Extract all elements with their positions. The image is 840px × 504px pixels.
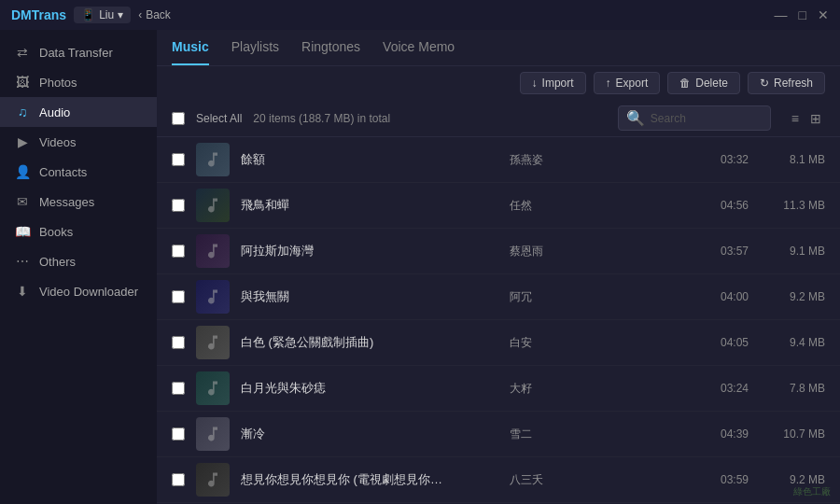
- music-note-icon: [203, 333, 222, 352]
- table-row: 漸冷 雪二 04:39 10.7 MB: [157, 412, 840, 457]
- table-row: 白色 (緊急公關戲制插曲) 白安 04:05 9.4 MB: [157, 320, 840, 366]
- track-size: 9.2 MB: [760, 290, 825, 303]
- track-checkbox[interactable]: [172, 290, 185, 303]
- track-duration: 03:59: [693, 473, 749, 486]
- music-note-icon: [203, 470, 222, 489]
- table-row: 飛鳥和蟬 任然 04:56 11.3 MB: [157, 183, 840, 229]
- sidebar-icon-audio: ♫: [15, 105, 30, 119]
- sidebar-icon-photos: 🖼: [15, 75, 30, 90]
- chevron-down-icon: ▾: [118, 8, 123, 21]
- track-checkbox[interactable]: [172, 245, 185, 258]
- track-checkbox[interactable]: [172, 427, 185, 441]
- track-duration: 03:57: [693, 245, 749, 258]
- track-title: 飛鳥和蟬: [241, 197, 498, 214]
- export-icon: ↑: [606, 77, 611, 90]
- device-selector[interactable]: 📱 Liu ▾: [74, 7, 131, 23]
- track-checkbox[interactable]: [172, 382, 185, 395]
- track-checkbox[interactable]: [172, 199, 185, 212]
- sidebar-label-books: Books: [39, 225, 73, 239]
- minimize-button[interactable]: —: [775, 7, 788, 22]
- select-all-label: Select All: [196, 112, 242, 125]
- table-row: 餘額 孫燕姿 03:32 8.1 MB: [157, 137, 840, 183]
- search-input[interactable]: [651, 112, 763, 125]
- music-note-icon: [203, 425, 222, 443]
- sidebar-item-videos[interactable]: ▶ Videos: [0, 127, 157, 157]
- track-title: 白色 (緊急公關戲制插曲): [241, 334, 498, 351]
- tab-playlists[interactable]: Playlists: [231, 30, 279, 65]
- select-all-checkbox[interactable]: [172, 112, 185, 125]
- track-size: 9.4 MB: [760, 336, 825, 349]
- track-thumbnail: [196, 143, 230, 176]
- watermark: 綠色工廠: [793, 485, 831, 498]
- sidebar-icon-data-transfer: ⇄: [15, 45, 30, 60]
- delete-icon: 🗑: [679, 77, 691, 90]
- sidebar-item-books[interactable]: 📖 Books: [0, 217, 157, 246]
- sidebar-icon-videos: ▶: [15, 134, 30, 149]
- sidebar-icon-others: ⋯: [15, 254, 30, 269]
- track-size: 9.2 MB: [760, 473, 825, 486]
- track-checkbox[interactable]: [172, 336, 185, 349]
- track-thumbnail: [196, 326, 230, 359]
- app-title: DMTrans: [11, 7, 66, 22]
- music-note-icon: [203, 196, 222, 215]
- sidebar-label-others: Others: [39, 255, 76, 269]
- sidebar-label-audio: Audio: [39, 105, 70, 119]
- sidebar-item-video-downloader[interactable]: ⬇ Video Downloader: [0, 276, 157, 306]
- view-buttons: ≡ ⊞: [788, 109, 825, 128]
- sidebar-item-audio[interactable]: ♫ Audio: [0, 97, 157, 127]
- sidebar-label-photos: Photos: [39, 76, 77, 90]
- import-button[interactable]: ↓ Import: [520, 72, 586, 94]
- import-label: Import: [542, 77, 574, 90]
- track-artist: 雪二: [510, 427, 681, 442]
- export-button[interactable]: ↑ Export: [594, 72, 661, 94]
- track-checkbox[interactable]: [172, 153, 185, 166]
- search-icon: 🔍: [626, 109, 645, 127]
- sidebar: ⇄ Data Transfer 🖼 Photos ♫ Audio ▶ Video…: [0, 30, 157, 504]
- music-note-icon: [203, 379, 222, 398]
- maximize-button[interactable]: □: [799, 7, 806, 22]
- tab-voice-memo[interactable]: Voice Memo: [383, 30, 455, 65]
- music-note-icon: [203, 287, 222, 306]
- track-size: 9.1 MB: [760, 245, 825, 258]
- export-label: Export: [616, 77, 649, 90]
- close-button[interactable]: ✕: [818, 7, 829, 22]
- track-duration: 03:32: [693, 153, 749, 166]
- track-size: 11.3 MB: [760, 199, 825, 212]
- tab-ringtones[interactable]: Ringtones: [301, 30, 360, 65]
- device-name: Liu: [99, 8, 114, 21]
- sidebar-label-messages: Messages: [39, 195, 94, 209]
- sidebar-item-data-transfer[interactable]: ⇄ Data Transfer: [0, 37, 157, 67]
- grid-view-button[interactable]: ⊞: [806, 109, 825, 128]
- window-controls: — □ ✕: [775, 7, 829, 22]
- list-view-button[interactable]: ≡: [788, 109, 803, 128]
- track-title: 白月光與朱砂痣: [241, 380, 498, 397]
- content-area: MusicPlaylistsRingtonesVoice Memo ↓ Impo…: [157, 30, 840, 504]
- track-artist: 孫燕姿: [510, 152, 681, 168]
- sidebar-item-others[interactable]: ⋯ Others: [0, 246, 157, 276]
- refresh-button[interactable]: ↻ Refresh: [748, 72, 825, 94]
- sidebar-item-contacts[interactable]: 👤 Contacts: [0, 157, 157, 187]
- back-button[interactable]: ‹ Back: [138, 8, 171, 21]
- tab-music[interactable]: Music: [172, 30, 209, 65]
- table-row: 與我無關 阿冗 04:00 9.2 MB: [157, 274, 840, 320]
- list-header: Select All 20 items (188.7 MB) in total …: [157, 100, 840, 137]
- total-info: 20 items (188.7 MB) in total: [253, 112, 606, 125]
- track-title: 阿拉斯加海灣: [241, 243, 498, 259]
- track-title: 漸冷: [241, 426, 498, 442]
- track-duration: 04:56: [693, 199, 749, 212]
- sidebar-icon-messages: ✉: [15, 194, 30, 209]
- table-row: 阿拉斯加海灣 蔡恩雨 03:57 9.1 MB: [157, 229, 840, 274]
- track-artist: 蔡恩雨: [510, 244, 681, 259]
- track-thumbnail: [196, 280, 230, 314]
- track-checkbox[interactable]: [172, 473, 185, 486]
- track-thumbnail: [196, 417, 230, 451]
- sidebar-item-photos[interactable]: 🖼 Photos: [0, 67, 157, 97]
- track-artist: 阿冗: [510, 289, 681, 305]
- search-box: 🔍: [618, 105, 771, 131]
- sidebar-icon-video-downloader: ⬇: [15, 284, 30, 299]
- delete-button[interactable]: 🗑 Delete: [667, 72, 740, 94]
- track-thumbnail: [196, 463, 230, 497]
- refresh-label: Refresh: [774, 77, 813, 90]
- sidebar-icon-contacts: 👤: [15, 164, 30, 179]
- sidebar-item-messages[interactable]: ✉ Messages: [0, 187, 157, 217]
